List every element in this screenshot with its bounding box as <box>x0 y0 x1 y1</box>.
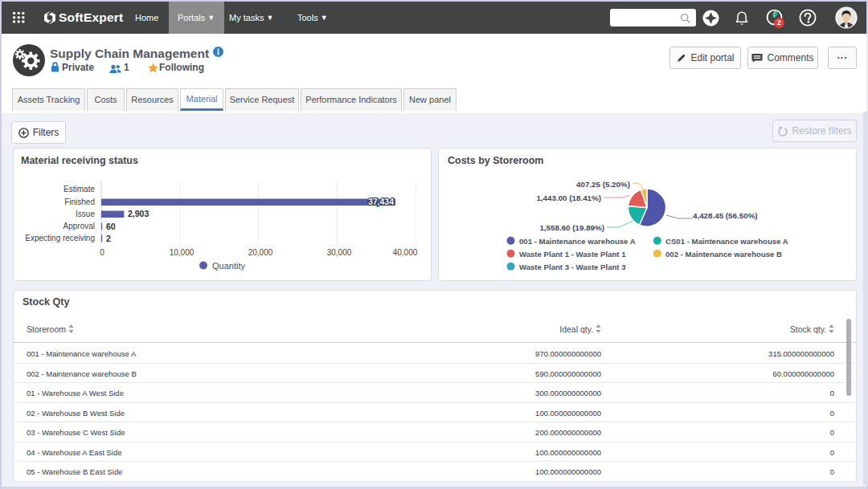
svg-text:Waste Plant 3 - Waste Plant 3: Waste Plant 3 - Waste Plant 3 <box>519 263 626 271</box>
svg-text:1,558.60 (19.89%): 1,558.60 (19.89%) <box>539 223 604 232</box>
svg-text:002 - Maintenance warehouse B: 002 - Maintenance warehouse B <box>665 250 782 259</box>
svg-text:40,000: 40,000 <box>393 248 418 257</box>
svg-text:1,443.00 (18.41%): 1,443.00 (18.41%) <box>536 194 601 202</box>
svg-text:Approval: Approval <box>63 222 95 230</box>
svg-text:Expecting receiving: Expecting receiving <box>25 234 95 242</box>
svg-text:Waste Plant 1 - Waste Plant 1: Waste Plant 1 - Waste Plant 1 <box>519 250 626 259</box>
svg-text:0: 0 <box>100 248 104 257</box>
svg-text:37,434: 37,434 <box>368 197 394 206</box>
svg-text:Finished: Finished <box>64 198 95 206</box>
svg-text:30,000: 30,000 <box>327 248 352 257</box>
svg-text:60: 60 <box>106 222 116 231</box>
svg-text:Issue: Issue <box>76 210 95 218</box>
svg-text:10,000: 10,000 <box>170 248 194 257</box>
svg-text:407.25 (5.20%): 407.25 (5.20%) <box>576 180 630 189</box>
svg-text:CS01 - Maintenance warehouse A: CS01 - Maintenance warehouse A <box>665 237 788 246</box>
svg-text:2,903: 2,903 <box>128 209 149 218</box>
svg-text:Estimate: Estimate <box>63 185 95 194</box>
svg-text:Quantity: Quantity <box>212 261 245 271</box>
svg-text:2: 2 <box>106 234 111 243</box>
svg-text:20,000: 20,000 <box>248 248 273 257</box>
svg-text:4,428.45 (56.50%): 4,428.45 (56.50%) <box>693 211 758 220</box>
svg-text:001 - Maintenance warehouse A: 001 - Maintenance warehouse A <box>519 237 636 246</box>
